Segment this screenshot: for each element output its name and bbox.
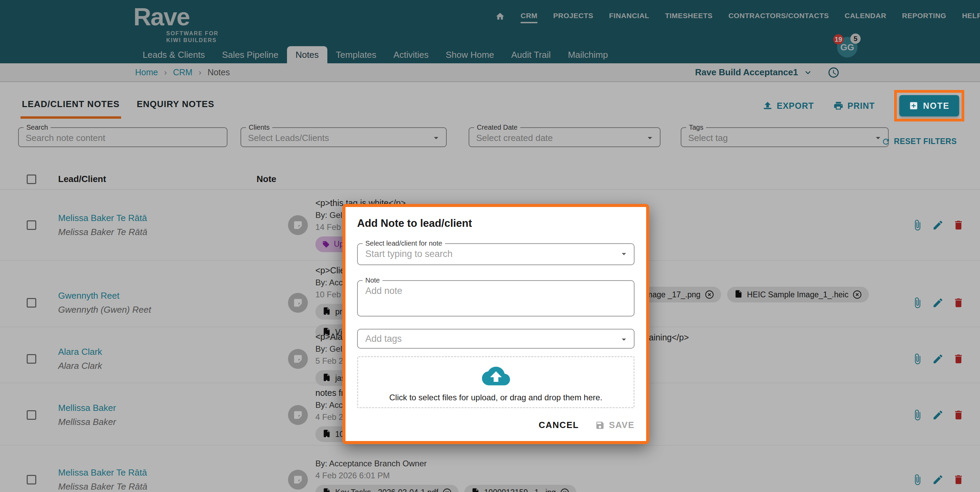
- cancel-button[interactable]: CANCEL: [539, 420, 579, 430]
- file-upload-dropzone[interactable]: Click to select files for upload, or dra…: [357, 356, 635, 408]
- lead-client-select-placeholder: Start typing to search: [365, 249, 453, 260]
- add-tags-placeholder: Add tags: [365, 334, 402, 344]
- modal-buttons: CANCEL SAVE: [357, 420, 635, 430]
- upload-instructions: Click to select files for upload, or dra…: [389, 393, 602, 402]
- add-tags-select[interactable]: Add tags: [357, 329, 635, 349]
- add-note-label: NOTE: [923, 101, 950, 111]
- add-box-icon: [909, 101, 918, 110]
- lead-client-select-label: Select lead/client for note: [363, 239, 445, 247]
- cloud-upload-icon: [482, 362, 510, 390]
- save-label: SAVE: [609, 420, 635, 430]
- save-icon: [595, 420, 605, 430]
- note-textarea[interactable]: Note Add note: [357, 280, 635, 317]
- cloud-upload-icon: [482, 362, 510, 390]
- add-note-icon: [909, 101, 918, 110]
- dropdown-arrow-icon: [619, 334, 629, 344]
- add-note-button[interactable]: NOTE: [899, 95, 959, 116]
- lead-client-select[interactable]: Select lead/client for note Start typing…: [357, 243, 635, 265]
- arrow-drop-down-icon: [619, 334, 629, 344]
- save-icon: [595, 420, 605, 430]
- tour-highlight-frame: NOTE: [894, 90, 964, 121]
- save-button[interactable]: SAVE: [595, 420, 635, 430]
- note-textarea-label: Note: [363, 277, 382, 284]
- arrow-drop-down-icon: [619, 249, 629, 259]
- add-note-modal: Add Note to lead/client Select lead/clie…: [342, 204, 649, 444]
- page: Rave SOFTWARE FOR KIWI BUILDERS CRMPROJE…: [0, 0, 980, 492]
- note-textarea-placeholder: Add note: [365, 286, 402, 296]
- dropdown-arrow-icon: [619, 249, 629, 259]
- modal-title: Add Note to lead/client: [357, 217, 635, 229]
